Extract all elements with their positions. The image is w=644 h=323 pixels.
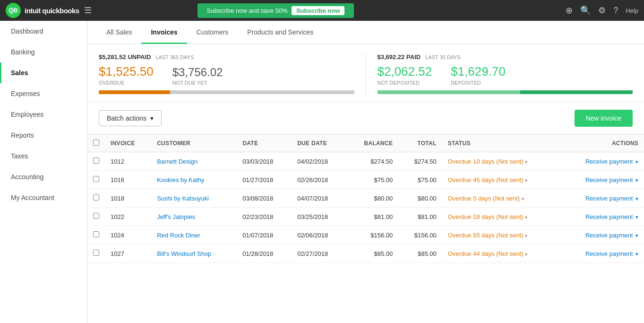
th-status: STATUS xyxy=(442,135,560,152)
cell-customer[interactable]: Barnett Design xyxy=(151,152,237,171)
row-checkbox-cell xyxy=(87,152,105,171)
sidebar-item-dashboard[interactable]: Dashboard xyxy=(0,21,87,42)
row-checkbox[interactable] xyxy=(93,176,99,182)
receive-payment-link[interactable]: Receive payment xyxy=(585,250,633,257)
row-checkbox[interactable] xyxy=(93,213,99,219)
sidebar-item-reports[interactable]: Reports xyxy=(0,125,87,146)
search-icon[interactable]: 🔍 xyxy=(580,5,591,16)
help-circle-icon[interactable]: ? xyxy=(613,6,618,16)
help-label[interactable]: Help xyxy=(626,7,638,14)
tab-customers[interactable]: Customers xyxy=(187,21,238,44)
cell-actions: Receive payment ▾ xyxy=(560,171,644,189)
action-dropdown-icon[interactable]: ▾ xyxy=(635,233,638,238)
cell-actions: Receive payment ▾ xyxy=(560,189,644,208)
batch-actions-button[interactable]: Batch actions ▾ xyxy=(99,110,162,126)
cell-customer[interactable]: Kookies by Kathy xyxy=(151,171,237,189)
cell-due-date: 02/27/2018 xyxy=(292,244,346,263)
sidebar-item-expenses[interactable]: Expenses xyxy=(0,83,87,104)
status-chevron-icon[interactable]: ▾ xyxy=(525,252,527,257)
unpaid-period: LAST 365 DAYS xyxy=(155,54,194,60)
overdue-block: $1,525.50 OVERDUE xyxy=(99,64,154,86)
action-dropdown-icon[interactable]: ▾ xyxy=(635,159,638,165)
paid-total-label: $3,692.22 PAID xyxy=(378,53,421,61)
cell-total: $80.00 xyxy=(398,189,442,208)
cell-status: Overdue 65 days (Not sent) ▾ xyxy=(442,226,560,244)
sidebar-item-my-accountant[interactable]: My Accountant xyxy=(0,187,87,208)
cell-actions: Receive payment ▾ xyxy=(560,226,644,244)
batch-actions-label: Batch actions xyxy=(107,114,146,122)
hamburger-icon[interactable]: ☰ xyxy=(84,5,92,16)
tabs-bar: All Sales Invoices Customers Products an… xyxy=(87,21,644,44)
table-row: 1027 Bill's Windsurf Shop 01/28/2018 02/… xyxy=(87,244,644,263)
sidebar-item-employees[interactable]: Employees xyxy=(0,104,87,125)
row-checkbox[interactable] xyxy=(93,250,99,256)
unpaid-label: $5,281.52 UNPAID LAST 365 DAYS xyxy=(99,53,354,61)
table-row: 1016 Kookies by Kathy 01/27/2018 02/26/2… xyxy=(87,171,644,189)
receive-payment-link[interactable]: Receive payment xyxy=(585,213,633,220)
tab-products-services[interactable]: Products and Services xyxy=(238,21,323,44)
receive-payment-link[interactable]: Receive payment xyxy=(585,158,633,165)
unpaid-amounts: $1,525.50 OVERDUE $3,756.02 NOT DUE YET xyxy=(99,64,354,86)
action-dropdown-icon[interactable]: ▾ xyxy=(635,177,638,183)
cell-customer[interactable]: Jeff's Jalopies xyxy=(151,208,237,226)
unpaid-panel: $5,281.52 UNPAID LAST 365 DAYS $1,525.50… xyxy=(99,53,354,94)
settings-icon[interactable]: ⚙ xyxy=(598,5,606,16)
cell-customer[interactable]: Bill's Windsurf Shop xyxy=(151,244,237,263)
cell-balance: $85.00 xyxy=(346,244,398,263)
batch-actions-chevron-icon: ▾ xyxy=(150,114,154,122)
cell-invoice: 1027 xyxy=(105,244,151,263)
tab-invoices[interactable]: Invoices xyxy=(141,21,187,44)
cell-actions: Receive payment ▾ xyxy=(560,244,644,263)
select-all-checkbox[interactable] xyxy=(93,140,99,146)
receive-payment-link[interactable]: Receive payment xyxy=(585,195,633,202)
not-due-amount: $3,756.02 xyxy=(172,66,223,79)
cell-actions: Receive payment ▾ xyxy=(560,152,644,171)
cell-date: 01/27/2018 xyxy=(237,171,292,189)
new-invoice-button[interactable]: New invoice xyxy=(575,110,633,127)
receive-payment-link[interactable]: Receive payment xyxy=(585,176,633,183)
cell-total: $75.00 xyxy=(398,171,442,189)
cell-date: 01/28/2018 xyxy=(237,244,292,263)
not-due-label: NOT DUE YET xyxy=(172,80,223,86)
status-badge: Overdue 5 days (Not sent) xyxy=(448,195,520,202)
quickbooks-logo-icon: QB xyxy=(6,3,21,18)
row-checkbox[interactable] xyxy=(93,157,99,164)
cell-customer[interactable]: Sushi by Katsuyuki xyxy=(151,189,237,208)
cell-invoice: 1022 xyxy=(105,208,151,226)
cell-date: 02/23/2018 xyxy=(237,208,292,226)
cell-invoice: 1018 xyxy=(105,189,151,208)
status-chevron-icon[interactable]: ▾ xyxy=(525,178,527,183)
status-chevron-icon[interactable]: ▾ xyxy=(525,159,527,165)
add-icon[interactable]: ⊕ xyxy=(566,5,573,16)
action-dropdown-icon[interactable]: ▾ xyxy=(635,251,638,257)
status-chevron-icon[interactable]: ▾ xyxy=(525,215,527,220)
cell-status: Overdue 18 days (Not sent) ▾ xyxy=(442,208,560,226)
subscribe-banner: Subscribe now and save 50% Subscribe now xyxy=(197,3,354,18)
tab-all-sales[interactable]: All Sales xyxy=(97,21,141,44)
row-checkbox[interactable] xyxy=(93,231,99,237)
logo-area: QB intuit quickbooks xyxy=(6,3,79,18)
action-dropdown-icon[interactable]: ▾ xyxy=(635,214,638,220)
cell-due-date: 04/07/2018 xyxy=(292,189,346,208)
row-checkbox[interactable] xyxy=(93,194,99,201)
sidebar-item-taxes[interactable]: Taxes xyxy=(0,146,87,166)
th-due-date: DUE DATE xyxy=(292,135,346,152)
receive-payment-link[interactable]: Receive payment xyxy=(585,232,633,239)
action-dropdown-icon[interactable]: ▾ xyxy=(635,196,638,201)
unpaid-progress-bar xyxy=(99,90,354,94)
cell-total: $156.00 xyxy=(398,226,442,244)
subscribe-cta[interactable]: Subscribe now xyxy=(292,6,344,15)
sidebar-item-sales[interactable]: Sales xyxy=(0,62,87,83)
status-chevron-icon[interactable]: ▾ xyxy=(522,196,524,201)
invoice-table-container: INVOICE CUSTOMER DATE DUE DATE BALANCE T… xyxy=(87,134,644,263)
not-deposited-label: NOT DEPOSITED xyxy=(378,80,432,86)
table-row: 1022 Jeff's Jalopies 02/23/2018 03/25/20… xyxy=(87,208,644,226)
status-badge: Overdue 65 days (Not sent) xyxy=(448,232,524,239)
cell-customer[interactable]: Red Rock Diner xyxy=(151,226,237,244)
cell-status: Overdue 44 days (Not sent) ▾ xyxy=(442,244,560,263)
cell-balance: $80.00 xyxy=(346,189,398,208)
sidebar-item-banking[interactable]: Banking xyxy=(0,42,87,62)
status-chevron-icon[interactable]: ▾ xyxy=(525,233,527,238)
deposited-amount: $1,629.70 xyxy=(451,64,506,79)
sidebar-item-accounting[interactable]: Accounting xyxy=(0,166,87,187)
